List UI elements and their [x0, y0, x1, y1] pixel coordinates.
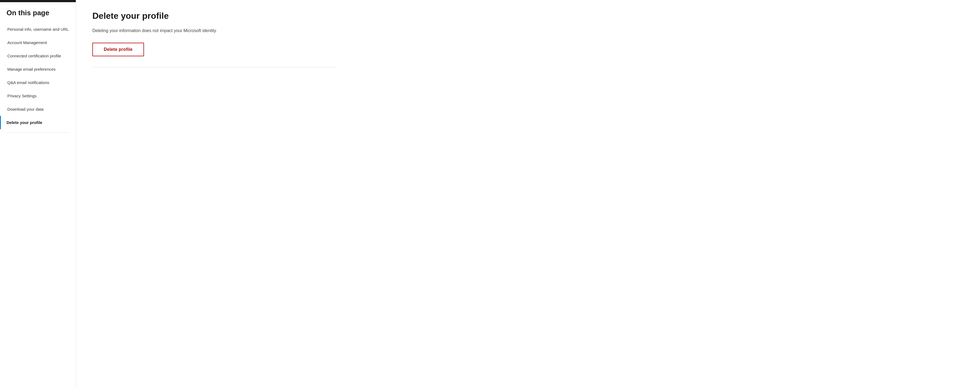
- sidebar-item-connected-certification[interactable]: Connected certification profile: [0, 49, 76, 62]
- sidebar-top-bar: [0, 0, 76, 2]
- section-description: Deleting your information does not impac…: [92, 27, 337, 34]
- delete-profile-section: Delete your profile Deleting your inform…: [92, 11, 337, 67]
- sidebar-item-personal-info[interactable]: Personal info, username and URL: [0, 22, 76, 36]
- sidebar-nav: Personal info, username and URLAccount M…: [0, 22, 76, 129]
- sidebar-item-qa-email[interactable]: Q&A email notifications: [0, 76, 76, 89]
- sidebar: On this page Personal info, username and…: [0, 0, 76, 388]
- sidebar-item-manage-email[interactable]: Manage email preferences: [0, 62, 76, 76]
- main-content: Delete your profile Deleting your inform…: [76, 0, 980, 388]
- sidebar-title: On this page: [0, 2, 76, 22]
- sidebar-item-account-management[interactable]: Account Management: [0, 36, 76, 49]
- sidebar-item-download-data[interactable]: Download your data: [0, 102, 76, 116]
- sidebar-item-privacy-settings[interactable]: Privacy Settings: [0, 89, 76, 102]
- sidebar-item-delete-profile[interactable]: Delete your profile: [0, 116, 76, 129]
- section-title: Delete your profile: [92, 11, 337, 21]
- delete-profile-button[interactable]: Delete profile: [92, 43, 144, 56]
